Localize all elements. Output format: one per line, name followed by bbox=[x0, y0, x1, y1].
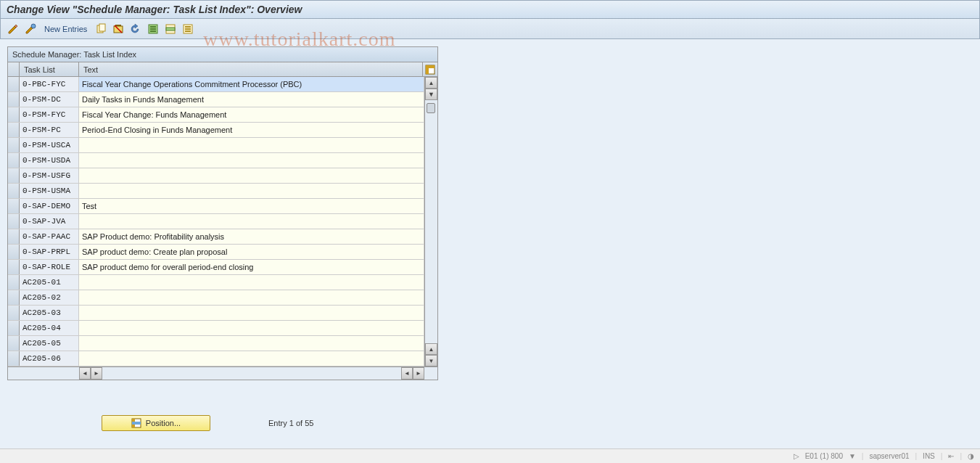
copy-as-icon[interactable] bbox=[94, 22, 107, 36]
cell-tasklist[interactable]: 0-SAP-ROLE bbox=[20, 260, 79, 274]
cell-text[interactable]: Fiscal Year Change: Funds Management bbox=[79, 107, 424, 122]
position-button[interactable]: Position... bbox=[102, 415, 210, 431]
cell-tasklist[interactable]: AC205-05 bbox=[20, 336, 79, 351]
row-selector-header bbox=[8, 62, 20, 76]
cell-tasklist[interactable]: AC205-06 bbox=[20, 351, 79, 366]
other-view-icon[interactable] bbox=[24, 22, 37, 36]
table-header: Task List Text bbox=[8, 62, 437, 77]
select-block-icon[interactable] bbox=[164, 22, 177, 36]
table-title: Schedule Manager: Task List Index bbox=[8, 47, 437, 62]
row-selector[interactable] bbox=[8, 123, 20, 137]
cell-tasklist[interactable]: 0-PSM-USFG bbox=[20, 168, 79, 183]
scroll-page-up-icon[interactable]: ▼ bbox=[425, 89, 437, 100]
status-local-layout-icon[interactable]: ◑ bbox=[968, 452, 974, 460]
cell-tasklist[interactable]: 0-SAP-JVA bbox=[20, 214, 79, 229]
table-row: 0-PSM-USMA bbox=[8, 184, 424, 199]
cell-tasklist[interactable]: 0-PSM-DC bbox=[20, 92, 79, 107]
row-selector[interactable] bbox=[8, 229, 20, 244]
row-selector[interactable] bbox=[8, 351, 20, 366]
table-row: AC205-05 bbox=[8, 336, 424, 351]
cell-text[interactable]: Daily Tasks in Funds Management bbox=[79, 92, 424, 107]
cell-tasklist[interactable]: AC205-02 bbox=[20, 290, 79, 305]
status-system-menu-icon[interactable]: ▼ bbox=[849, 452, 856, 460]
cell-text[interactable] bbox=[79, 290, 424, 305]
toggle-display-change-icon[interactable] bbox=[7, 22, 20, 36]
cell-text[interactable]: SAP Product demo: Profitability analysis bbox=[79, 229, 424, 244]
cell-text[interactable] bbox=[79, 168, 424, 183]
row-selector[interactable] bbox=[8, 260, 20, 274]
table-control: Schedule Manager: Task List Index Task L… bbox=[7, 46, 438, 380]
cell-tasklist[interactable]: 0-PSM-USCA bbox=[20, 138, 79, 152]
column-header-tasklist[interactable]: Task List bbox=[20, 62, 79, 76]
row-selector[interactable] bbox=[8, 245, 20, 259]
cell-text[interactable] bbox=[79, 321, 424, 335]
table-row: 0-PBC-FYCFiscal Year Change Operations C… bbox=[8, 77, 424, 92]
select-all-icon[interactable] bbox=[147, 22, 160, 36]
svg-rect-8 bbox=[150, 30, 156, 32]
table-row: AC205-02 bbox=[8, 290, 424, 306]
cell-tasklist[interactable]: 0-SAP-PRPL bbox=[20, 245, 79, 259]
table-row: 0-SAP-ROLESAP product demo for overall p… bbox=[8, 260, 424, 275]
row-selector[interactable] bbox=[8, 336, 20, 351]
scroll-left-icon[interactable]: ◄ bbox=[79, 367, 91, 380]
row-selector[interactable] bbox=[8, 199, 20, 213]
cell-tasklist[interactable]: AC205-04 bbox=[20, 321, 79, 335]
row-selector[interactable] bbox=[8, 184, 20, 198]
vertical-scrollbar[interactable]: ▲ ▼ ▲ ▼ bbox=[424, 77, 437, 366]
cell-tasklist[interactable]: 0-PSM-FYC bbox=[20, 107, 79, 122]
scroll-left2-icon[interactable]: ◄ bbox=[401, 367, 413, 380]
cell-tasklist[interactable]: 0-SAP-DEMO bbox=[20, 199, 79, 213]
cell-text[interactable] bbox=[79, 214, 424, 229]
row-selector[interactable] bbox=[8, 92, 20, 107]
row-selector[interactable] bbox=[8, 168, 20, 183]
cell-text[interactable] bbox=[79, 336, 424, 351]
svg-point-0 bbox=[31, 24, 36, 28]
cell-tasklist[interactable]: 0-PSM-PC bbox=[20, 123, 79, 137]
row-selector[interactable] bbox=[8, 306, 20, 320]
row-selector[interactable] bbox=[8, 107, 20, 122]
status-insert-mode: INS bbox=[923, 452, 935, 460]
row-selector[interactable] bbox=[8, 153, 20, 168]
cell-text[interactable]: Test bbox=[79, 199, 424, 213]
status-nav-back-icon[interactable]: ⇤ bbox=[948, 452, 954, 460]
deselect-all-icon[interactable] bbox=[181, 22, 194, 36]
cell-text[interactable]: SAP product demo: Create plan proposal bbox=[79, 245, 424, 259]
scroll-thumb[interactable] bbox=[427, 103, 435, 113]
row-selector[interactable] bbox=[8, 275, 20, 290]
column-header-text[interactable]: Text bbox=[79, 62, 423, 76]
table-row: 0-PSM-USDA bbox=[8, 153, 424, 168]
scroll-right-icon[interactable]: ► bbox=[91, 367, 102, 380]
row-selector[interactable] bbox=[8, 321, 20, 335]
scroll-down-icon[interactable]: ▼ bbox=[425, 355, 437, 366]
cell-text[interactable] bbox=[79, 184, 424, 198]
scroll-up-icon[interactable]: ▲ bbox=[425, 77, 437, 89]
cell-text[interactable] bbox=[79, 275, 424, 290]
horizontal-scrollbar[interactable]: ◄ ► ◄ ► bbox=[8, 366, 437, 380]
row-selector[interactable] bbox=[8, 77, 20, 91]
scroll-right2-icon[interactable]: ► bbox=[413, 367, 424, 380]
cell-tasklist[interactable]: AC205-01 bbox=[20, 275, 79, 290]
cell-text[interactable]: Fiscal Year Change Operations Commitment… bbox=[79, 77, 424, 91]
cell-text[interactable] bbox=[79, 138, 424, 152]
cell-text[interactable]: SAP product demo for overall period-end … bbox=[79, 260, 424, 274]
cell-tasklist[interactable]: AC205-03 bbox=[20, 306, 79, 320]
delete-icon[interactable] bbox=[112, 22, 125, 36]
cell-tasklist[interactable]: 0-PBC-FYC bbox=[20, 77, 79, 91]
cell-tasklist[interactable]: 0-PSM-USDA bbox=[20, 153, 79, 168]
cell-text[interactable] bbox=[79, 351, 424, 366]
scroll-page-down-icon[interactable]: ▲ bbox=[425, 343, 437, 355]
main-content: Schedule Manager: Task List Index Task L… bbox=[0, 39, 980, 463]
status-dropdown-icon[interactable]: ▷ bbox=[794, 452, 799, 460]
cell-tasklist[interactable]: 0-SAP-PAAC bbox=[20, 229, 79, 244]
table-settings-icon[interactable] bbox=[423, 62, 437, 76]
row-selector[interactable] bbox=[8, 138, 20, 152]
svg-rect-17 bbox=[426, 65, 435, 68]
row-selector[interactable] bbox=[8, 214, 20, 229]
undo-change-icon[interactable] bbox=[129, 22, 142, 36]
cell-text[interactable] bbox=[79, 306, 424, 320]
cell-text[interactable]: Period-End Closing in Funds Management bbox=[79, 123, 424, 137]
cell-tasklist[interactable]: 0-PSM-USMA bbox=[20, 184, 79, 198]
row-selector[interactable] bbox=[8, 290, 20, 305]
new-entries-button[interactable]: New Entries bbox=[41, 25, 90, 33]
cell-text[interactable] bbox=[79, 153, 424, 168]
